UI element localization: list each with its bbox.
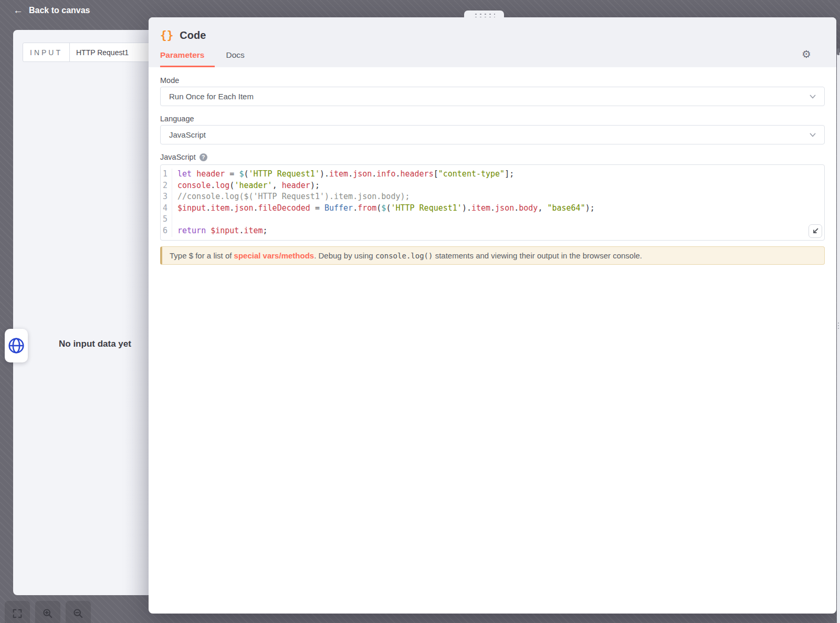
panel-drag-handle[interactable] — [464, 11, 504, 18]
zoom-in-icon — [42, 608, 54, 619]
language-value: JavaScript — [169, 130, 206, 139]
back-to-canvas-label: Back to canvas — [29, 6, 90, 15]
hint-prefix: Type $ for a list of — [170, 251, 234, 260]
code-line[interactable]: 2console.log('header', header); — [161, 180, 824, 192]
input-node-select[interactable]: INPUT HTTP Request1 — [23, 43, 149, 62]
line-content: console.log('header', header); — [172, 180, 320, 192]
output-panel-edge — [837, 53, 840, 623]
globe-icon — [7, 337, 25, 355]
line-number: 1 — [161, 169, 172, 180]
code-lines: 1let header = $('HTTP Request1').item.js… — [161, 169, 824, 237]
line-content — [172, 214, 182, 225]
mode-select[interactable]: Run Once for Each Item — [160, 87, 825, 106]
special-vars-link[interactable]: special vars/methods — [234, 251, 314, 260]
node-settings-button[interactable]: ⚙ — [802, 49, 811, 60]
line-content: let header = $('HTTP Request1').item.jso… — [172, 169, 514, 180]
hint-middle: . Debug by using — [314, 251, 375, 260]
hint-suffix: statements and viewing their output in t… — [433, 251, 642, 260]
line-number: 3 — [161, 191, 172, 203]
back-arrow-icon: ← — [13, 5, 23, 15]
hint-code-snippet: console.log() — [375, 252, 433, 260]
line-number: 6 — [161, 225, 172, 237]
http-request-node-card[interactable] — [5, 329, 28, 362]
zoom-out-icon — [72, 608, 84, 619]
line-number: 5 — [161, 214, 172, 225]
resize-handle-dots-icon[interactable] — [838, 323, 839, 324]
input-node-value: HTTP Request1 — [70, 43, 149, 61]
code-node-icon: {} — [160, 29, 173, 41]
expand-editor-button[interactable] — [808, 224, 822, 238]
node-title: Code — [180, 29, 206, 41]
code-line[interactable]: 1let header = $('HTTP Request1').item.js… — [161, 169, 824, 180]
code-line[interactable]: 6return $input.item; — [161, 225, 824, 237]
line-number: 4 — [161, 203, 172, 214]
tab-docs[interactable]: Docs — [226, 50, 244, 67]
chevron-down-icon — [808, 131, 817, 139]
scrollbar-thumb[interactable] — [837, 48, 839, 55]
expand-editor-icon — [812, 227, 819, 235]
fit-view-button[interactable] — [4, 600, 30, 623]
ndv-tabs: Parameters Docs — [160, 50, 245, 67]
code-line[interactable]: 3//console.log($('HTTP Request1').item.j… — [161, 191, 824, 203]
editor-hint-callout: Type $ for a list of special vars/method… — [160, 246, 825, 265]
fit-view-icon — [12, 608, 23, 619]
chevron-down-icon — [808, 92, 817, 101]
ndv-body: Mode Run Once for Each Item Language Jav… — [149, 67, 836, 265]
zoom-in-button[interactable] — [35, 600, 61, 623]
language-label: Language — [160, 115, 825, 123]
input-label: INPUT — [23, 43, 70, 61]
back-to-canvas-button[interactable]: ← Back to canvas — [13, 5, 90, 15]
mode-value: Run Once for Each Item — [169, 92, 254, 101]
line-content: $input.item.json.fileDecoded = Buffer.fr… — [172, 203, 595, 214]
code-editor[interactable]: 1let header = $('HTTP Request1').item.js… — [160, 164, 825, 241]
canvas-controls — [4, 600, 91, 623]
ndv-header: {} Code ⚙ Parameters Docs — [149, 17, 836, 67]
line-content: return $input.item; — [172, 225, 268, 237]
mode-label: Mode — [160, 76, 825, 85]
no-input-data-text: No input data yet — [59, 339, 131, 349]
gear-icon: ⚙ — [802, 48, 811, 60]
line-content: //console.log($('HTTP Request1').item.js… — [172, 191, 410, 203]
zoom-out-button[interactable] — [65, 600, 91, 623]
line-number: 2 — [161, 180, 172, 192]
code-line[interactable]: 4$input.item.json.fileDecoded = Buffer.f… — [161, 203, 824, 214]
help-icon[interactable]: ? — [200, 153, 207, 161]
tab-parameters[interactable]: Parameters — [160, 50, 215, 67]
node-detail-view: {} Code ⚙ Parameters Docs Mode Run Once … — [149, 17, 836, 614]
input-panel: INPUT HTTP Request1 No input data yet — [13, 30, 149, 595]
code-line[interactable]: 5 — [161, 214, 824, 225]
code-field-label: JavaScript — [160, 153, 196, 161]
language-select[interactable]: JavaScript — [160, 125, 825, 144]
